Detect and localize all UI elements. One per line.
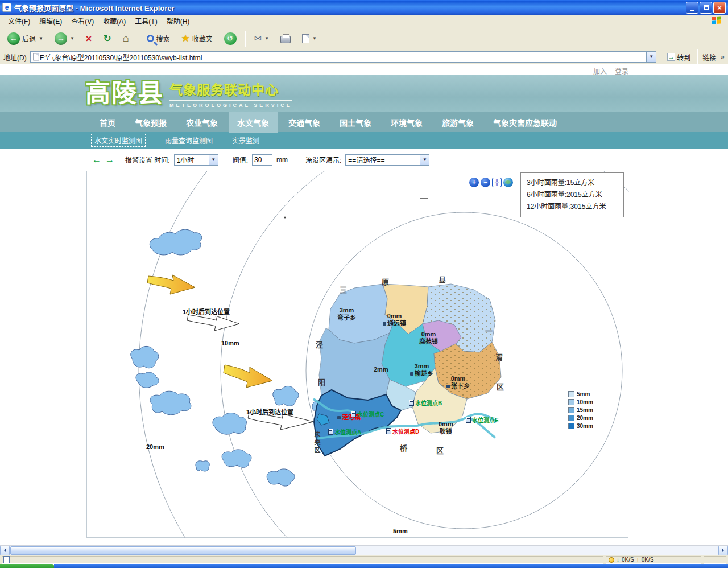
stop-button[interactable]: ×: [83, 32, 95, 46]
station-A[interactable]: 水位测点A: [328, 427, 361, 436]
district-label-luyuanzhen[interactable]: 0mm鹿苑镇: [419, 331, 438, 345]
next-arrow-icon[interactable]: →: [105, 155, 114, 165]
home-button[interactable]: ⌂: [120, 31, 132, 46]
print-icon: [280, 36, 291, 43]
forward-button[interactable]: → ▼: [52, 31, 77, 47]
station-B[interactable]: 水位测点B: [409, 398, 442, 407]
district-label-zhangbuxiang[interactable]: 0mm张卜乡: [446, 375, 470, 390]
rainfall-12h: 12小时面雨量:3015立方米: [527, 201, 618, 213]
favorites-star-icon: ★: [181, 32, 190, 44]
gauge-icon: [466, 417, 471, 423]
flood-select[interactable]: ==请选择== ▼: [345, 154, 429, 166]
subnav-rain-query[interactable]: 雨量查询监测图: [165, 135, 213, 145]
print-button[interactable]: [278, 32, 293, 45]
nav-weather-forecast[interactable]: 气象预报: [126, 112, 175, 133]
nav-hydrology[interactable]: 水文气象: [229, 112, 278, 133]
status-bar: ↓ 0K/S ↑ 0K/S: [0, 555, 728, 564]
home-icon: ⌂: [123, 32, 129, 44]
menu-tools[interactable]: 工具(T): [130, 15, 162, 27]
hydrology-map[interactable]: + − ╬ 3小时面雨量:15立方米 6小时面雨量:2015立方米 12小时面雨…: [86, 171, 628, 538]
address-input[interactable]: [40, 53, 647, 61]
edit-dropdown-icon[interactable]: ▼: [312, 36, 317, 41]
threshold-input[interactable]: [252, 154, 272, 166]
history-button[interactable]: ↺: [221, 31, 239, 47]
nav-traffic[interactable]: 交通气象: [280, 112, 329, 133]
legend-swatch: [568, 391, 574, 397]
start-button[interactable]: [0, 564, 54, 568]
rainfall-info-box: 3小时面雨量:15立方米 6小时面雨量:2015立方米 12小时面雨量:3015…: [520, 172, 624, 217]
station-E[interactable]: 水位测点E: [466, 415, 499, 424]
favorites-label: 收藏夹: [192, 34, 213, 43]
district-label-wanzixiang[interactable]: 3mm弯子乡: [337, 307, 356, 322]
go-button[interactable]: → 转到: [664, 52, 694, 63]
horizontal-scrollbar[interactable]: [0, 545, 728, 555]
go-label: 转到: [677, 52, 690, 62]
nav-disaster-emergency[interactable]: 气象灾害应急联动: [485, 112, 565, 133]
menu-favorites[interactable]: 收藏(A): [98, 15, 130, 27]
subnav-live-view[interactable]: 实景监测: [232, 135, 259, 145]
gauge-icon: [386, 428, 391, 434]
district-label-gengzhen[interactable]: 0mm耿镇: [439, 421, 453, 435]
region-label: 桥: [400, 442, 407, 453]
links-label[interactable]: 链接: [701, 52, 717, 62]
sub-nav: 水文实时监测图 雨量查询监测图 实景监测: [0, 132, 728, 149]
legend-swatch: [568, 399, 574, 405]
scrollbar-thumb[interactable]: [10, 546, 356, 555]
menu-edit[interactable]: 编辑(E): [35, 15, 67, 27]
subnav-realtime-monitor[interactable]: 水文实时监测图: [91, 134, 146, 147]
address-box: ▼: [30, 51, 657, 63]
search-icon: [147, 35, 154, 42]
taskbar-strip: [54, 564, 728, 568]
address-dropdown-icon[interactable]: ▼: [646, 52, 656, 62]
menu-help[interactable]: 帮助(H): [162, 15, 195, 27]
ring-label-20mm: 20mm: [146, 443, 164, 450]
map-dot: [284, 217, 286, 219]
zoom-in-icon[interactable]: +: [469, 178, 479, 187]
nav-tourism[interactable]: 旅游气象: [433, 112, 482, 133]
edit-page-icon: [302, 34, 309, 43]
restore-button[interactable]: [700, 2, 712, 14]
gauge-icon: [409, 400, 414, 406]
browser-viewport: 加入 登录 高陵县 气象服务联动中心 METEOROLOGICAL SERVIC…: [0, 64, 728, 545]
menu-file[interactable]: 文件(F): [3, 15, 35, 27]
addressbar-separator: [660, 49, 660, 65]
refresh-button[interactable]: ↻: [100, 31, 114, 46]
time-select[interactable]: 1小时 ▼: [174, 154, 218, 166]
prev-arrow-icon[interactable]: ←: [92, 155, 101, 165]
station-D[interactable]: 水位测点D: [386, 427, 419, 435]
district-label-yuchuxiang[interactable]: 3mm榆楚乡: [410, 363, 433, 377]
menu-view[interactable]: 查看(V): [67, 15, 98, 27]
close-button[interactable]: ×: [713, 2, 726, 14]
nav-home[interactable]: 首页: [91, 112, 124, 133]
login-link[interactable]: 登录: [615, 66, 628, 75]
forward-dropdown-icon[interactable]: ▼: [70, 36, 75, 41]
full-extent-globe-icon[interactable]: [503, 178, 513, 187]
status-message-area: [2, 556, 603, 564]
user-links-bar: 加入 登录: [0, 64, 728, 75]
zoom-out-icon[interactable]: −: [481, 178, 490, 187]
join-link[interactable]: 加入: [593, 66, 607, 75]
district-label-tongyuanzhen[interactable]: 0mm通远镇: [383, 312, 406, 327]
nav-land[interactable]: 国土气象: [331, 112, 380, 133]
nav-agriculture[interactable]: 农业气象: [177, 112, 226, 133]
rainfall-6h: 6小时面雨量:2015立方米: [527, 189, 618, 201]
pan-hand-icon[interactable]: ╬: [492, 178, 502, 187]
back-button[interactable]: ← 后退 ▼: [5, 31, 46, 47]
edit-button[interactable]: ▼: [299, 32, 320, 45]
mail-dropdown-icon[interactable]: ▼: [264, 36, 269, 41]
mail-button[interactable]: ✉ ▼: [251, 31, 272, 46]
flood-demo-label: 淹没区演示:: [305, 155, 341, 164]
scroll-left-icon[interactable]: [0, 546, 10, 555]
town-marker-icon: [446, 385, 450, 388]
links-chevron-icon[interactable]: »: [721, 53, 725, 61]
station-C[interactable]: 水位测点C: [351, 410, 384, 418]
nav-environment[interactable]: 环境气象: [382, 112, 431, 133]
minimize-button[interactable]: [686, 2, 698, 14]
flood-select-arrow-icon[interactable]: ▼: [420, 155, 429, 165]
back-dropdown-icon[interactable]: ▼: [39, 36, 43, 41]
scroll-right-icon[interactable]: [718, 546, 728, 555]
time-select-arrow-icon[interactable]: ▼: [209, 155, 218, 165]
search-button[interactable]: 搜索: [144, 32, 173, 45]
favorites-button[interactable]: ★ 收藏夹: [179, 31, 216, 46]
site-logo-subtitle: METEOROLOGICAL SERVICE: [169, 100, 292, 108]
